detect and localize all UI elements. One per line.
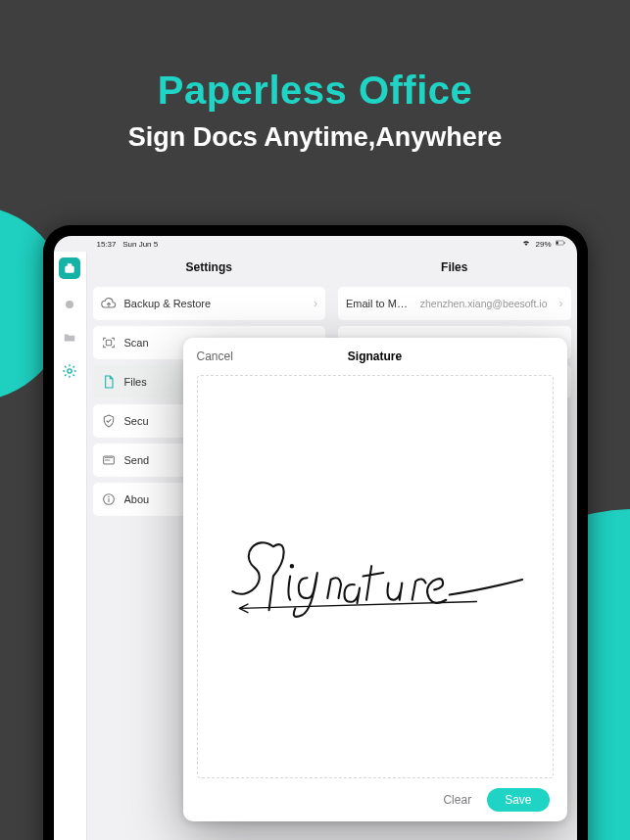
battery-icon [556,239,565,249]
status-date: Sun Jun 5 [122,240,158,249]
battery-percent: 29% [535,240,551,249]
app-logo-icon[interactable] [59,257,80,279]
signature-canvas[interactable] [197,375,554,778]
svg-rect-2 [563,242,564,244]
modal-title: Signature [348,350,402,363]
row-label: Email to Myself [346,298,412,309]
rail-folder-icon[interactable] [62,330,77,346]
cancel-button[interactable]: Cancel [197,350,233,363]
cloud-up-icon [101,296,117,311]
save-button[interactable]: Save [487,788,549,812]
rail-gear-icon[interactable] [62,363,77,379]
nav-rail [54,252,87,840]
handwriting-signature-icon [222,517,527,635]
hero: Paperless Office Sign Docs Anytime,Anywh… [0,69,630,153]
svg-point-5 [68,369,72,373]
row-backup-restore[interactable]: Backup & Restore › [93,287,326,320]
tablet-frame: 15:37 Sun Jun 5 29% [43,225,588,840]
svg-rect-14 [106,340,111,345]
hero-subtitle: Sign Docs Anytime,Anywhere [0,122,630,153]
modal-footer: Clear Save [183,778,567,821]
chevron-right-icon: › [559,297,563,310]
svg-rect-18 [108,498,109,502]
hero-title: Paperless Office [0,69,630,113]
svg-point-19 [291,565,293,567]
status-right: 29% [521,239,564,249]
file-icon [101,374,117,390]
svg-line-13 [73,366,74,367]
row-value: zhenzhen.xiang@beesoft.io [420,298,548,309]
signature-modal: Cancel Signature [183,338,567,821]
info-icon [101,491,117,507]
svg-point-17 [108,496,109,497]
svg-line-11 [73,375,74,376]
send-icon [101,452,117,468]
status-bar: 15:37 Sun Jun 5 29% [54,236,577,252]
rail-dot-icon[interactable] [62,297,77,312]
status-left: 15:37 Sun Jun 5 [97,240,159,249]
svg-rect-1 [556,242,557,245]
row-email-myself[interactable]: Email to Myself zhenzhen.xiang@beesoft.i… [338,287,571,320]
svg-rect-3 [65,266,73,273]
clear-button[interactable]: Clear [443,793,471,807]
svg-rect-4 [68,263,73,266]
status-time: 15:37 [97,240,117,249]
chevron-right-icon: › [314,297,317,310]
shield-icon [101,413,117,429]
settings-header: Settings [87,252,332,283]
svg-line-12 [65,375,66,376]
wifi-icon [521,239,531,249]
files-header: Files [332,252,577,283]
svg-line-10 [65,366,66,367]
row-label: Backup & Restore [124,298,307,309]
canvas-wrap [183,375,567,778]
tablet-screen: 15:37 Sun Jun 5 29% [54,236,577,840]
modal-header: Cancel Signature [183,338,567,375]
scan-icon [101,335,117,350]
